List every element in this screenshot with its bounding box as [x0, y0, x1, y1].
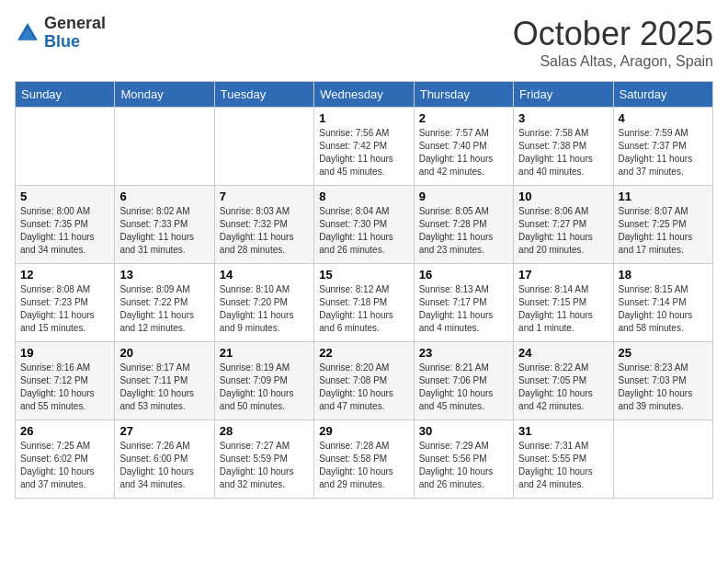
day-number: 10 — [518, 190, 608, 203]
day-number: 24 — [518, 346, 608, 360]
calendar-day-23: 23Sunrise: 8:21 AMSunset: 7:06 PMDayligh… — [414, 342, 513, 420]
day-number: 9 — [419, 190, 508, 203]
day-info: Sunrise: 8:10 AMSunset: 7:20 PMDaylight:… — [220, 283, 309, 335]
calendar-empty-cell — [214, 108, 313, 186]
title-block: October 2025 Salas Altas, Aragon, Spain — [513, 15, 713, 70]
calendar-day-13: 13Sunrise: 8:09 AMSunset: 7:22 PMDayligh… — [115, 264, 214, 342]
weekday-header-tuesday: Tuesday — [214, 82, 313, 108]
day-info: Sunrise: 8:02 AMSunset: 7:33 PMDaylight:… — [119, 205, 209, 257]
day-number: 20 — [119, 346, 209, 360]
day-number: 26 — [20, 424, 109, 438]
day-info: Sunrise: 8:12 AMSunset: 7:18 PMDaylight:… — [319, 283, 408, 335]
day-number: 31 — [518, 424, 608, 438]
calendar-day-15: 15Sunrise: 8:12 AMSunset: 7:18 PMDayligh… — [314, 264, 414, 342]
calendar-day-16: 16Sunrise: 8:13 AMSunset: 7:17 PMDayligh… — [414, 264, 513, 342]
weekday-header-thursday: Thursday — [414, 82, 513, 108]
day-number: 16 — [419, 268, 508, 282]
day-number: 4 — [619, 111, 708, 125]
day-info: Sunrise: 8:14 AMSunset: 7:15 PMDaylight:… — [518, 283, 608, 335]
calendar-table: SundayMondayTuesdayWednesdayThursdayFrid… — [15, 81, 713, 499]
calendar-day-9: 9Sunrise: 8:05 AMSunset: 7:28 PMDaylight… — [414, 186, 513, 264]
day-number: 17 — [518, 268, 608, 282]
logo-icon — [15, 20, 40, 46]
day-number: 11 — [619, 190, 708, 203]
day-number: 5 — [20, 190, 109, 203]
calendar-day-6: 6Sunrise: 8:02 AMSunset: 7:33 PMDaylight… — [115, 186, 214, 264]
calendar-day-26: 26Sunrise: 7:25 AMSunset: 6:02 PMDayligh… — [16, 420, 115, 499]
calendar-day-24: 24Sunrise: 8:22 AMSunset: 7:05 PMDayligh… — [514, 342, 613, 420]
day-number: 23 — [419, 346, 508, 360]
weekday-header-friday: Friday — [514, 82, 613, 108]
day-info: Sunrise: 8:16 AMSunset: 7:12 PMDaylight:… — [20, 362, 109, 413]
calendar-day-30: 30Sunrise: 7:29 AMSunset: 5:56 PMDayligh… — [414, 420, 513, 499]
calendar-day-2: 2Sunrise: 7:57 AMSunset: 7:40 PMDaylight… — [414, 108, 513, 186]
month-title: October 2025 — [513, 15, 713, 53]
day-number: 22 — [319, 346, 408, 360]
calendar-week-row: 26Sunrise: 7:25 AMSunset: 6:02 PMDayligh… — [16, 420, 713, 499]
day-info: Sunrise: 7:59 AMSunset: 7:37 PMDaylight:… — [619, 127, 708, 178]
calendar-day-10: 10Sunrise: 8:06 AMSunset: 7:27 PMDayligh… — [514, 186, 613, 264]
day-number: 3 — [518, 111, 608, 125]
calendar-day-19: 19Sunrise: 8:16 AMSunset: 7:12 PMDayligh… — [16, 342, 115, 420]
weekday-header-sunday: Sunday — [16, 82, 115, 108]
day-number: 13 — [119, 268, 209, 282]
day-number: 25 — [619, 346, 708, 360]
day-number: 2 — [419, 111, 508, 125]
calendar-week-row: 19Sunrise: 8:16 AMSunset: 7:12 PMDayligh… — [16, 342, 713, 420]
day-number: 7 — [220, 190, 309, 203]
day-info: Sunrise: 7:25 AMSunset: 6:02 PMDaylight:… — [20, 440, 109, 491]
calendar-day-7: 7Sunrise: 8:03 AMSunset: 7:32 PMDaylight… — [214, 186, 313, 264]
day-number: 6 — [119, 190, 209, 203]
day-info: Sunrise: 8:21 AMSunset: 7:06 PMDaylight:… — [419, 362, 508, 413]
calendar-week-row: 1Sunrise: 7:56 AMSunset: 7:42 PMDaylight… — [16, 108, 713, 186]
page-header: General Blue October 2025 Salas Altas, A… — [15, 15, 713, 70]
calendar-day-20: 20Sunrise: 8:17 AMSunset: 7:11 PMDayligh… — [115, 342, 214, 420]
day-number: 12 — [20, 268, 109, 282]
day-number: 21 — [220, 346, 309, 360]
calendar-day-5: 5Sunrise: 8:00 AMSunset: 7:35 PMDaylight… — [16, 186, 115, 264]
calendar-day-27: 27Sunrise: 7:26 AMSunset: 6:00 PMDayligh… — [115, 420, 214, 499]
weekday-header-row: SundayMondayTuesdayWednesdayThursdayFrid… — [16, 82, 713, 108]
calendar-day-28: 28Sunrise: 7:27 AMSunset: 5:59 PMDayligh… — [214, 420, 313, 499]
day-number: 29 — [319, 424, 408, 438]
day-info: Sunrise: 8:06 AMSunset: 7:27 PMDaylight:… — [518, 205, 608, 257]
calendar-day-14: 14Sunrise: 8:10 AMSunset: 7:20 PMDayligh… — [214, 264, 313, 342]
calendar-day-22: 22Sunrise: 8:20 AMSunset: 7:08 PMDayligh… — [314, 342, 414, 420]
day-number: 14 — [220, 268, 309, 282]
day-number: 30 — [419, 424, 508, 438]
day-number: 19 — [20, 346, 109, 360]
day-info: Sunrise: 7:56 AMSunset: 7:42 PMDaylight:… — [319, 127, 408, 178]
day-info: Sunrise: 8:22 AMSunset: 7:05 PMDaylight:… — [518, 362, 608, 413]
day-info: Sunrise: 7:27 AMSunset: 5:59 PMDaylight:… — [220, 440, 309, 491]
day-info: Sunrise: 7:57 AMSunset: 7:40 PMDaylight:… — [419, 127, 508, 178]
day-info: Sunrise: 7:26 AMSunset: 6:00 PMDaylight:… — [119, 440, 209, 491]
calendar-week-row: 12Sunrise: 8:08 AMSunset: 7:23 PMDayligh… — [16, 264, 713, 342]
day-info: Sunrise: 8:07 AMSunset: 7:25 PMDaylight:… — [619, 205, 708, 257]
calendar-day-3: 3Sunrise: 7:58 AMSunset: 7:38 PMDaylight… — [514, 108, 613, 186]
day-number: 1 — [319, 111, 408, 125]
day-info: Sunrise: 8:08 AMSunset: 7:23 PMDaylight:… — [20, 283, 109, 335]
day-info: Sunrise: 8:00 AMSunset: 7:35 PMDaylight:… — [20, 205, 109, 257]
day-info: Sunrise: 8:13 AMSunset: 7:17 PMDaylight:… — [419, 283, 508, 335]
calendar-day-4: 4Sunrise: 7:59 AMSunset: 7:37 PMDaylight… — [613, 108, 712, 186]
calendar-day-17: 17Sunrise: 8:14 AMSunset: 7:15 PMDayligh… — [514, 264, 613, 342]
day-info: Sunrise: 8:05 AMSunset: 7:28 PMDaylight:… — [419, 205, 508, 257]
day-info: Sunrise: 8:09 AMSunset: 7:22 PMDaylight:… — [119, 283, 209, 335]
logo-blue-text: Blue — [44, 33, 106, 52]
calendar-empty-cell — [613, 420, 712, 499]
day-number: 8 — [319, 190, 408, 203]
calendar-day-31: 31Sunrise: 7:31 AMSunset: 5:55 PMDayligh… — [514, 420, 613, 499]
calendar-day-29: 29Sunrise: 7:28 AMSunset: 5:58 PMDayligh… — [314, 420, 414, 499]
calendar-empty-cell — [16, 108, 115, 186]
day-number: 15 — [319, 268, 408, 282]
calendar-day-12: 12Sunrise: 8:08 AMSunset: 7:23 PMDayligh… — [16, 264, 115, 342]
day-info: Sunrise: 8:17 AMSunset: 7:11 PMDaylight:… — [119, 362, 209, 413]
location-text: Salas Altas, Aragon, Spain — [513, 53, 713, 70]
day-info: Sunrise: 8:23 AMSunset: 7:03 PMDaylight:… — [619, 362, 708, 413]
calendar-week-row: 5Sunrise: 8:00 AMSunset: 7:35 PMDaylight… — [16, 186, 713, 264]
weekday-header-monday: Monday — [115, 82, 214, 108]
weekday-header-wednesday: Wednesday — [314, 82, 414, 108]
day-info: Sunrise: 8:20 AMSunset: 7:08 PMDaylight:… — [319, 362, 408, 413]
day-number: 27 — [119, 424, 209, 438]
logo-general-text: General — [44, 15, 106, 33]
